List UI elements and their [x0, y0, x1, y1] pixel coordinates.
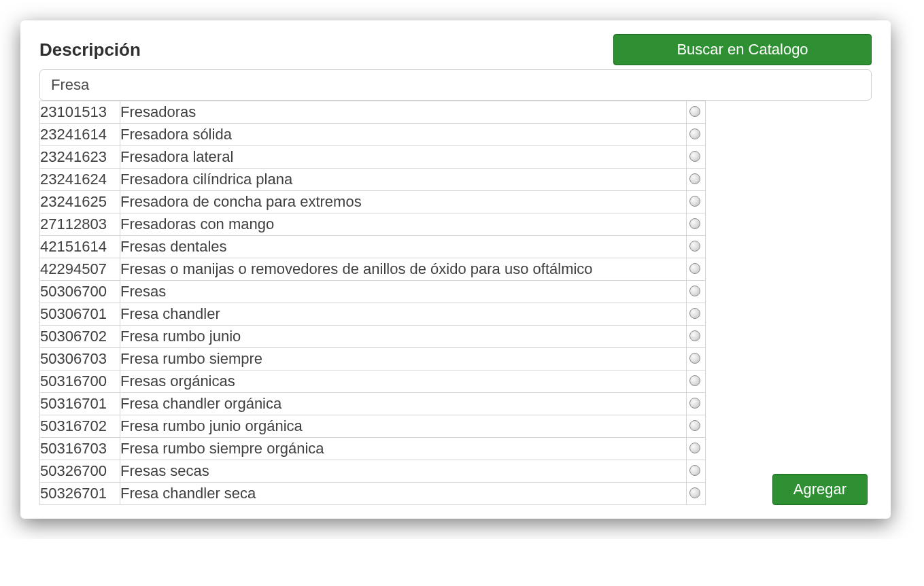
- result-description: Fresadoras: [120, 101, 687, 124]
- result-code: 50316702: [40, 415, 120, 438]
- result-select-cell: [687, 124, 706, 146]
- content-row: 23101513Fresadoras23241614Fresadora sóli…: [39, 101, 872, 505]
- result-description: Fresas orgánicas: [120, 370, 687, 393]
- select-radio[interactable]: [689, 375, 700, 386]
- result-code: 50306703: [40, 348, 120, 370]
- result-select-cell: [687, 483, 706, 505]
- result-select-cell: [687, 438, 706, 460]
- result-description: Fresa rumbo siempre orgánica: [120, 438, 687, 460]
- result-code: 50326700: [40, 460, 120, 483]
- select-radio[interactable]: [689, 128, 700, 139]
- result-row: 23241625Fresadora de concha para extremo…: [40, 191, 706, 213]
- result-description: Fresas: [120, 281, 687, 303]
- result-description: Fresadora cilíndrica plana: [120, 169, 687, 191]
- result-select-cell: [687, 191, 706, 213]
- result-code: 42151614: [40, 236, 120, 258]
- result-description: Fresas o manijas o removedores de anillo…: [120, 258, 687, 281]
- result-code: 50316700: [40, 370, 120, 393]
- result-description: Fresadoras con mango: [120, 213, 687, 236]
- results-table-wrap: 23101513Fresadoras23241614Fresadora sóli…: [39, 101, 706, 505]
- result-select-cell: [687, 146, 706, 169]
- result-select-cell: [687, 169, 706, 191]
- result-code: 27112803: [40, 213, 120, 236]
- result-select-cell: [687, 348, 706, 370]
- select-radio[interactable]: [689, 353, 700, 364]
- result-code: 23241614: [40, 124, 120, 146]
- result-row: 50306701Fresa chandler: [40, 303, 706, 326]
- select-radio[interactable]: [689, 196, 700, 207]
- result-code: 50316701: [40, 393, 120, 415]
- search-catalog-button[interactable]: Buscar en Catalogo: [613, 34, 872, 65]
- result-row: 50316701Fresa chandler orgánica: [40, 393, 706, 415]
- result-select-cell: [687, 326, 706, 348]
- result-row: 42151614Fresas dentales: [40, 236, 706, 258]
- select-radio[interactable]: [689, 218, 700, 229]
- result-code: 50306702: [40, 326, 120, 348]
- result-row: 50306702Fresa rumbo junio: [40, 326, 706, 348]
- results-table: 23101513Fresadoras23241614Fresadora sóli…: [39, 101, 706, 505]
- side-column: Agregar: [772, 474, 872, 505]
- result-description: Fresa chandler: [120, 303, 687, 326]
- result-row: 42294507Fresas o manijas o removedores d…: [40, 258, 706, 281]
- result-description: Fresa chandler seca: [120, 483, 687, 505]
- select-radio[interactable]: [689, 241, 700, 252]
- search-input[interactable]: [39, 69, 872, 101]
- result-description: Fresadora lateral: [120, 146, 687, 169]
- result-code: 50306701: [40, 303, 120, 326]
- catalog-search-panel: Descripción Buscar en Catalogo 23101513F…: [20, 20, 891, 519]
- result-description: Fresa rumbo junio orgánica: [120, 415, 687, 438]
- result-select-cell: [687, 370, 706, 393]
- select-radio[interactable]: [689, 308, 700, 319]
- select-radio[interactable]: [689, 465, 700, 476]
- result-row: 50306703Fresa rumbo siempre: [40, 348, 706, 370]
- select-radio[interactable]: [689, 286, 700, 296]
- result-select-cell: [687, 393, 706, 415]
- search-row: [39, 69, 872, 101]
- result-select-cell: [687, 258, 706, 281]
- select-radio[interactable]: [689, 106, 700, 117]
- result-code: 50326701: [40, 483, 120, 505]
- result-code: 50306700: [40, 281, 120, 303]
- result-select-cell: [687, 303, 706, 326]
- result-select-cell: [687, 460, 706, 483]
- result-code: 23101513: [40, 101, 120, 124]
- result-code: 42294507: [40, 258, 120, 281]
- result-description: Fresa chandler orgánica: [120, 393, 687, 415]
- result-row: 23241614Fresadora sólida: [40, 124, 706, 146]
- select-radio[interactable]: [689, 173, 700, 184]
- result-description: Fresas dentales: [120, 236, 687, 258]
- select-radio[interactable]: [689, 151, 700, 162]
- select-radio[interactable]: [689, 487, 700, 498]
- select-radio[interactable]: [689, 263, 700, 274]
- result-row: 23101513Fresadoras: [40, 101, 706, 124]
- select-radio[interactable]: [689, 420, 700, 431]
- result-code: 50316703: [40, 438, 120, 460]
- result-select-cell: [687, 281, 706, 303]
- select-radio[interactable]: [689, 330, 700, 341]
- result-description: Fresadora sólida: [120, 124, 687, 146]
- add-button[interactable]: Agregar: [772, 474, 868, 505]
- header-row: Descripción Buscar en Catalogo: [39, 34, 872, 65]
- result-description: Fresas secas: [120, 460, 687, 483]
- result-description: Fresa rumbo siempre: [120, 348, 687, 370]
- select-radio[interactable]: [689, 398, 700, 409]
- result-row: 50326701Fresa chandler seca: [40, 483, 706, 505]
- section-title: Descripción: [39, 39, 141, 61]
- result-row: 23241624Fresadora cilíndrica plana: [40, 169, 706, 191]
- result-row: 50326700Fresas secas: [40, 460, 706, 483]
- result-row: 23241623Fresadora lateral: [40, 146, 706, 169]
- result-code: 23241624: [40, 169, 120, 191]
- result-row: 50316700Fresas orgánicas: [40, 370, 706, 393]
- result-row: 50316703Fresa rumbo siempre orgánica: [40, 438, 706, 460]
- result-description: Fresa rumbo junio: [120, 326, 687, 348]
- result-row: 27112803Fresadoras con mango: [40, 213, 706, 236]
- result-select-cell: [687, 236, 706, 258]
- result-select-cell: [687, 415, 706, 438]
- result-code: 23241625: [40, 191, 120, 213]
- result-code: 23241623: [40, 146, 120, 169]
- result-select-cell: [687, 213, 706, 236]
- result-row: 50306700Fresas: [40, 281, 706, 303]
- result-select-cell: [687, 101, 706, 124]
- select-radio[interactable]: [689, 443, 700, 453]
- result-description: Fresadora de concha para extremos: [120, 191, 687, 213]
